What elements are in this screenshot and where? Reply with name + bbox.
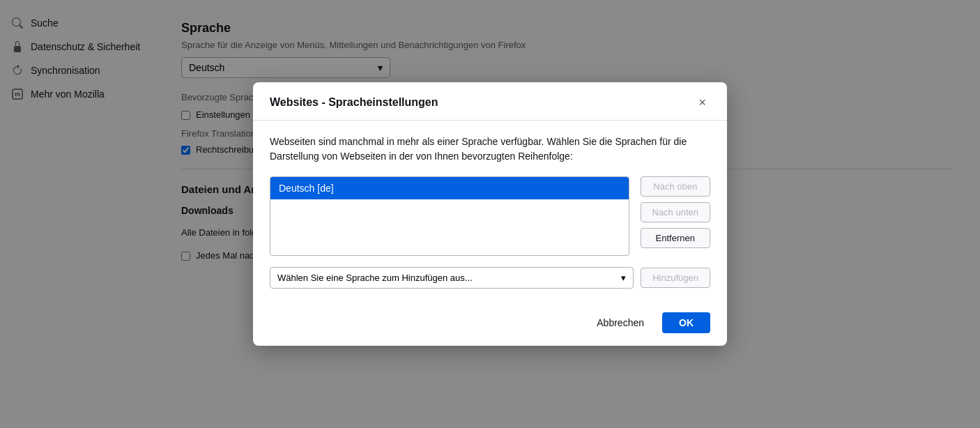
- language-list-box: Deutsch [de]: [270, 176, 629, 256]
- language-add-dropdown[interactable]: Wählen Sie eine Sprache zum Hinzufügen a…: [270, 267, 634, 289]
- hinzufuegen-button[interactable]: Hinzufügen: [641, 268, 710, 288]
- modal-footer: Abbrechen OK: [253, 303, 727, 346]
- modal-title: Websites - Spracheinstellungen: [270, 96, 438, 109]
- language-list-item-deutsch[interactable]: Deutsch [de]: [270, 177, 629, 199]
- cancel-button[interactable]: Abbrechen: [585, 312, 655, 333]
- language-add-row: Wählen Sie eine Sprache zum Hinzufügen a…: [270, 267, 710, 289]
- nach-unten-button[interactable]: Nach unten: [641, 202, 711, 222]
- nach-oben-button[interactable]: Nach oben: [641, 176, 711, 197]
- language-add-placeholder: Wählen Sie eine Sprache zum Hinzufügen a…: [277, 273, 473, 283]
- language-list-area: Deutsch [de] Nach oben Nach unten Entfer…: [270, 176, 710, 256]
- language-settings-modal: Websites - Spracheinstellungen × Webseit…: [253, 82, 727, 346]
- modal-header: Websites - Spracheinstellungen ×: [253, 82, 727, 121]
- entfernen-button[interactable]: Entfernen: [641, 228, 711, 248]
- modal-body: Webseiten sind manchmal in mehr als eine…: [253, 121, 727, 303]
- ok-button[interactable]: OK: [662, 312, 710, 333]
- language-action-buttons: Nach oben Nach unten Entfernen: [641, 176, 711, 256]
- language-list-empty-area: [270, 199, 629, 255]
- modal-overlay: Websites - Spracheinstellungen × Webseit…: [0, 0, 980, 428]
- language-add-chevron-icon: ▾: [621, 273, 626, 283]
- modal-description: Webseiten sind manchmal in mehr als eine…: [270, 135, 710, 164]
- modal-close-button[interactable]: ×: [694, 95, 710, 110]
